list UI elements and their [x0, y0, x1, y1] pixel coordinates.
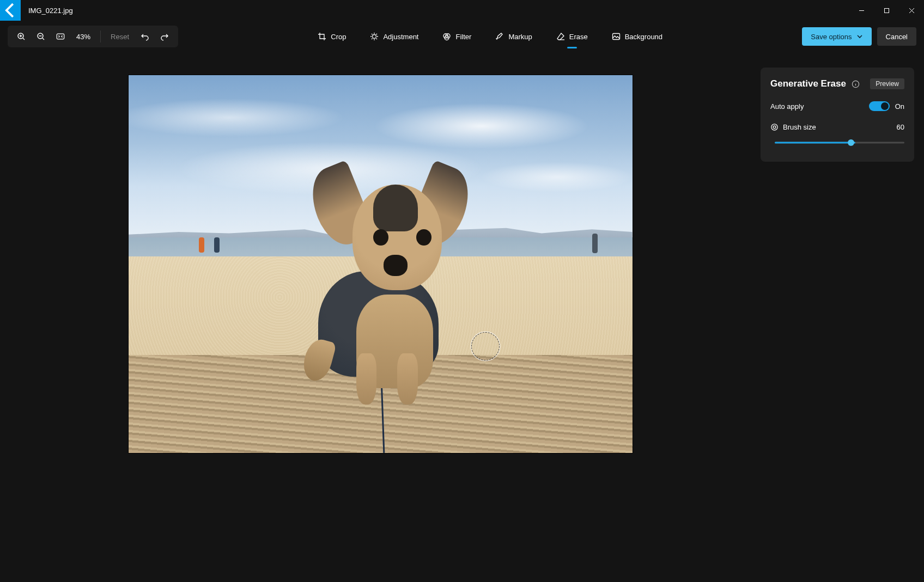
- image-canvas[interactable]: [129, 75, 633, 453]
- brush-size-slider[interactable]: [770, 139, 904, 146]
- target-icon: [770, 123, 779, 131]
- mode-label: Adjustment: [383, 33, 418, 41]
- brush-size-row: Brush size 60: [770, 123, 904, 131]
- window-controls: [849, 0, 924, 21]
- zoom-toolbar: 43% Reset: [8, 26, 178, 47]
- dog-tail: [300, 336, 337, 384]
- cancel-label: Cancel: [886, 33, 908, 41]
- mode-label: Markup: [508, 33, 532, 41]
- toggle-knob: [881, 102, 889, 110]
- dog-leg: [397, 353, 418, 405]
- filter-icon: [442, 32, 451, 41]
- back-button[interactable]: [0, 0, 21, 21]
- minimize-button[interactable]: [849, 0, 874, 21]
- cancel-button[interactable]: Cancel: [877, 27, 916, 46]
- redo-button[interactable]: [155, 28, 174, 45]
- auto-apply-state: On: [895, 102, 904, 111]
- zoom-in-button[interactable]: [12, 28, 31, 45]
- svg-rect-8: [612, 34, 619, 40]
- info-icon[interactable]: [852, 80, 860, 88]
- auto-apply-toggle[interactable]: [869, 101, 890, 111]
- mode-adjustment[interactable]: Adjustment: [366, 26, 423, 47]
- maximize-icon: [884, 8, 890, 14]
- minimize-icon: [859, 8, 865, 14]
- mode-crop[interactable]: Crop: [313, 26, 350, 47]
- preview-badge: Preview: [870, 78, 904, 89]
- svg-point-10: [771, 124, 777, 130]
- undo-icon: [141, 32, 149, 41]
- erase-icon: [556, 32, 565, 41]
- main-area: Generative Erase Preview Auto apply On B…: [0, 52, 924, 582]
- svg-point-11: [773, 126, 776, 128]
- scene-person: [214, 237, 220, 253]
- auto-apply-label: Auto apply: [770, 102, 804, 111]
- redo-icon: [160, 32, 169, 41]
- svg-point-4: [373, 35, 376, 39]
- crop-icon: [318, 32, 326, 41]
- mode-label: Erase: [569, 33, 588, 41]
- dog-eye: [416, 229, 431, 246]
- reset-button[interactable]: Reset: [105, 28, 135, 45]
- mode-tabs: Crop Adjustment Filter Markup Erase Back…: [178, 26, 802, 47]
- undo-button[interactable]: [136, 28, 154, 45]
- canvas-wrap: [0, 52, 761, 582]
- slider-thumb[interactable]: [848, 139, 854, 146]
- action-buttons: Save options Cancel: [802, 27, 916, 46]
- titlebar: IMG_0221.jpg: [0, 0, 924, 21]
- brush-size-value: 60: [897, 123, 904, 131]
- zoom-in-icon: [17, 32, 26, 41]
- brush-size-label: Brush size: [783, 123, 816, 131]
- background-icon: [612, 32, 621, 41]
- erase-brush-cursor[interactable]: [471, 332, 500, 360]
- svg-rect-3: [57, 34, 64, 39]
- dog-eye: [373, 229, 388, 246]
- mode-background[interactable]: Background: [607, 26, 667, 47]
- scene-person: [199, 237, 204, 253]
- mode-label: Crop: [331, 33, 346, 41]
- adjustment-icon: [370, 32, 379, 41]
- fit-to-window-button[interactable]: [51, 28, 70, 45]
- dog-leg: [356, 353, 377, 405]
- zoom-out-button[interactable]: [32, 28, 50, 45]
- close-button[interactable]: [899, 0, 924, 21]
- markup-icon: [495, 32, 504, 41]
- zoom-percent[interactable]: 43%: [71, 33, 96, 41]
- save-options-button[interactable]: Save options: [802, 27, 871, 46]
- divider: [100, 30, 101, 42]
- panel-title-row: Generative Erase Preview: [770, 78, 904, 89]
- dog-nose: [384, 255, 408, 276]
- auto-apply-row: Auto apply On: [770, 101, 904, 111]
- mode-filter[interactable]: Filter: [438, 26, 476, 47]
- slider-fill: [775, 142, 855, 144]
- zoom-out-icon: [37, 32, 45, 41]
- maximize-button[interactable]: [874, 0, 899, 21]
- fit-icon: [56, 32, 65, 41]
- erase-panel: Generative Erase Preview Auto apply On B…: [761, 68, 914, 162]
- side-panel: Generative Erase Preview Auto apply On B…: [761, 52, 924, 582]
- toolbar: 43% Reset Crop Adjustment Filter Markup: [0, 21, 924, 52]
- filename-label: IMG_0221.jpg: [21, 0, 73, 21]
- mode-markup[interactable]: Markup: [491, 26, 536, 47]
- chevron-down-icon: [856, 33, 863, 40]
- mode-label: Filter: [455, 33, 471, 41]
- svg-rect-0: [884, 8, 889, 13]
- mode-label: Background: [625, 33, 662, 41]
- panel-title: Generative Erase: [770, 78, 846, 89]
- scene-dog: [305, 166, 476, 400]
- arrow-left-icon: [0, 0, 21, 21]
- scene-person: [592, 234, 598, 253]
- dog-topfur: [373, 185, 418, 231]
- mode-erase[interactable]: Erase: [552, 26, 592, 47]
- close-icon: [909, 8, 915, 14]
- save-options-label: Save options: [811, 33, 852, 41]
